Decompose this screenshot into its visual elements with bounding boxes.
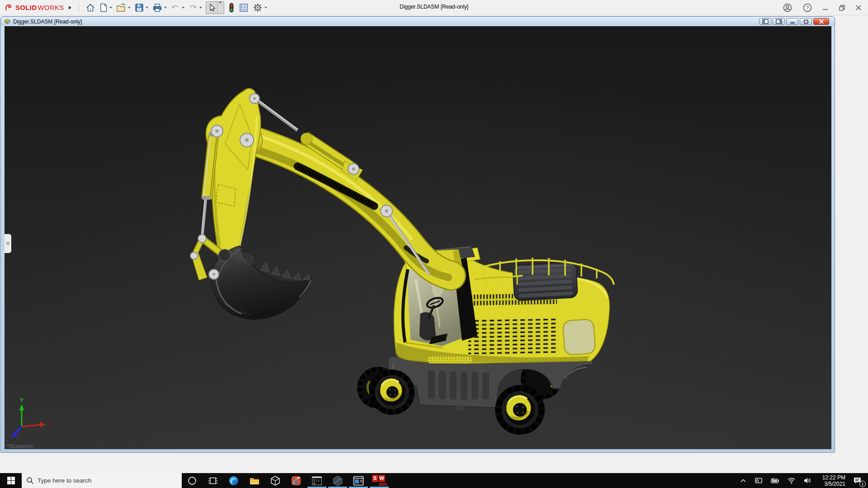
document-title: Digger.SLDASM [Read-only]	[13, 19, 82, 25]
battery-button[interactable]	[769, 477, 780, 485]
triad-y-arrow	[19, 404, 24, 410]
sw-year-label: 2021	[379, 482, 387, 487]
taskbar-search[interactable]	[22, 473, 182, 488]
open-button[interactable]	[115, 2, 132, 14]
open-folder-icon	[116, 3, 127, 13]
close-icon	[855, 5, 862, 11]
pane-left-button[interactable]	[759, 18, 771, 25]
taskbar-item-edge[interactable]	[223, 473, 244, 488]
taskbar-item-edrawings[interactable]	[327, 473, 348, 488]
solidworks-2021-icon: S W 2021	[372, 475, 387, 487]
document-window-controls	[759, 18, 829, 25]
help-button[interactable]: ?	[802, 3, 812, 13]
options-dropdown[interactable]	[264, 7, 267, 9]
app-title: Digger.SLDASM [Read-only]	[400, 4, 468, 10]
taskbar-item-file-explorer[interactable]	[244, 473, 265, 488]
print-dropdown[interactable]	[164, 7, 167, 9]
cortana-icon	[188, 476, 197, 485]
taskbar-item-cortana[interactable]	[182, 473, 203, 488]
boom	[231, 125, 451, 277]
taskbar-item-3d-viewer[interactable]	[265, 473, 286, 488]
pane-right-icon	[776, 19, 782, 24]
clock-time: 12:22 PM	[819, 474, 845, 481]
action-center-button[interactable]: 1	[852, 476, 863, 485]
edge-icon	[228, 475, 239, 486]
file-properties-button[interactable]	[238, 2, 250, 14]
doc-minimize-button[interactable]	[786, 18, 798, 25]
app-window-controls: ?	[783, 0, 864, 15]
taskbar-item-solidworks[interactable]: S W 2021	[369, 473, 390, 488]
new-document-button[interactable]	[98, 2, 113, 14]
brand-text-light: WORKS	[38, 4, 64, 11]
save-icon	[134, 3, 144, 13]
save-button[interactable]	[133, 2, 149, 14]
account-button[interactable]	[783, 3, 793, 13]
open-dropdown[interactable]	[128, 7, 131, 9]
file-explorer-icon	[249, 475, 260, 486]
select-tool-dropdown[interactable]	[217, 2, 223, 13]
print-button[interactable]	[151, 2, 168, 14]
battery-charging-icon	[770, 478, 779, 484]
options-button[interactable]	[251, 1, 268, 14]
view-orientation-label: *Dimetric	[7, 443, 34, 449]
redo-dropdown[interactable]	[199, 7, 202, 9]
app-titlebar: SOLIDWORKS	[0, 0, 868, 15]
gear-icon	[252, 2, 263, 13]
menu-flyout-arrow-icon[interactable]	[69, 6, 71, 9]
speaker-icon	[803, 477, 811, 484]
taskbar-item-remote-window[interactable]	[348, 473, 369, 488]
taskbar-item-command-prompt[interactable]: C:\	[307, 473, 327, 488]
start-button[interactable]	[0, 473, 22, 488]
quick-access-toolbar	[85, 1, 268, 14]
redo-icon	[188, 3, 198, 13]
doc-close-button[interactable]	[813, 18, 829, 25]
viewport-3d[interactable]: Y x *Dimetric	[5, 26, 831, 449]
undo-dropdown[interactable]	[182, 7, 184, 9]
select-cursor-icon	[207, 3, 216, 13]
hidden-icons-button[interactable]	[739, 477, 748, 485]
tablet-mode-icon	[755, 477, 763, 484]
excavator-model	[5, 26, 831, 449]
select-tool-active[interactable]	[206, 1, 224, 14]
windows-start-icon	[7, 477, 15, 484]
clock-date: 3/5/2021	[819, 481, 845, 487]
document-titlebar[interactable]: Digger.SLDASM [Read-only]	[1, 17, 835, 26]
save-dropdown[interactable]	[146, 7, 148, 9]
rear-wheel	[495, 385, 545, 435]
svg-text:?: ?	[806, 5, 809, 10]
volume-button[interactable]	[802, 476, 812, 485]
restore-icon	[839, 5, 845, 11]
triad-x-label: x	[47, 422, 51, 427]
undo-icon	[170, 3, 180, 13]
close-button[interactable]	[855, 5, 862, 11]
assembly-icon	[4, 18, 11, 25]
notification-badge: 1	[859, 481, 866, 487]
doc-restore-button[interactable]	[800, 18, 812, 25]
doc-close-icon	[819, 19, 824, 24]
restore-button[interactable]	[839, 5, 845, 11]
redo-button[interactable]	[187, 2, 203, 14]
feature-pane-collapse-tab[interactable]	[5, 234, 11, 253]
taskbar-clock[interactable]: 12:22 PM 3/5/2021	[818, 474, 846, 488]
system-tray: 12:22 PM 3/5/2021 1	[736, 473, 868, 488]
taskbar: C:\ S W 202	[0, 473, 868, 488]
minimize-icon	[822, 5, 829, 11]
solidworks-logo[interactable]: SOLIDWORKS	[0, 3, 74, 12]
rebuild-button[interactable]	[227, 1, 236, 14]
new-document-dropdown[interactable]	[109, 7, 112, 9]
search-input[interactable]	[38, 477, 164, 484]
pane-left-icon	[762, 19, 769, 24]
brand-text-bold: SOLID	[15, 4, 37, 11]
document-window: Digger.SLDASM [Read-only]	[0, 16, 835, 453]
taskbar-item-task-view[interactable]	[203, 473, 223, 488]
remote-window-icon	[353, 476, 364, 486]
home-button[interactable]	[85, 2, 96, 14]
undo-button[interactable]	[170, 2, 185, 14]
wifi-button[interactable]	[786, 476, 797, 485]
taskbar-item-snipping-tool[interactable]	[286, 473, 307, 488]
snipping-tool-icon	[291, 475, 302, 486]
tablet-mode-button[interactable]	[754, 476, 764, 485]
pane-right-button[interactable]	[773, 18, 785, 25]
minimize-button[interactable]	[822, 5, 829, 11]
edrawings-icon	[332, 475, 343, 486]
